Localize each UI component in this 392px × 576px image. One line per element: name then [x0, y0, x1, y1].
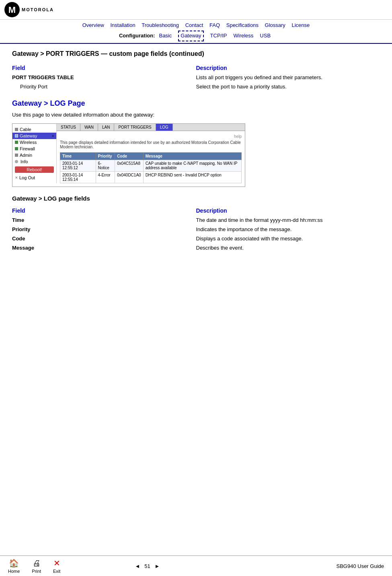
sidebar-label-admin: Admin — [20, 153, 32, 158]
config-usb[interactable]: USB — [260, 32, 271, 40]
top-nav: Overview Installation Troubleshooting Co… — [0, 20, 392, 44]
log-field-desc: The date and time in the format yyyy-mm-… — [196, 215, 380, 225]
log-table-row: 2003-01-14 12:55:144-Error0x040DC1A0DHCP… — [60, 171, 242, 183]
table-row: Priority Port Select the port to have a … — [12, 82, 380, 91]
nav-installation[interactable]: Installation — [111, 22, 135, 28]
sidebar-label-cable: Cable — [20, 127, 31, 132]
nav-specifications[interactable]: Specifications — [226, 22, 259, 28]
print-button[interactable]: 🖨 Print — [32, 559, 41, 574]
table-row: PriorityIndicates the importance of the … — [12, 225, 380, 234]
config-wireless[interactable]: Wireless — [233, 32, 253, 40]
sidebar-item-firewall[interactable]: Firewall — [12, 146, 56, 152]
log-field-name: Time — [12, 215, 196, 225]
admin-icon — [15, 154, 18, 157]
sidebar-label-firewall: Firewall — [20, 146, 35, 151]
home-button[interactable]: 🏠 Home — [8, 558, 20, 574]
x-icon: ✕ — [15, 176, 18, 180]
log-cell-message: DHCP REBIND sent - Invalid DHCP option — [143, 171, 241, 183]
gateway-icon — [15, 134, 18, 137]
log-cell-time: 2003-01-14 12:55:12 — [60, 160, 96, 171]
log-col-priority: Priority — [96, 152, 115, 160]
log-table-row: 2003-01-14 12:55:126-Notice0x04C515A8CAP… — [60, 160, 242, 171]
log-field-desc: Displays a code associated with the mess… — [196, 234, 380, 243]
nav-overview[interactable]: Overview — [82, 22, 104, 28]
sidebar-item-cable[interactable]: Cable — [12, 126, 56, 133]
table-row: CodeDisplays a code associated with the … — [12, 234, 380, 243]
log-col-code: Code — [115, 152, 143, 160]
log-section-heading: Gateway > LOG Page — [12, 99, 380, 108]
help-text[interactable]: help — [60, 134, 242, 139]
log-cell-time: 2003-01-14 12:55:14 — [60, 171, 96, 183]
bottom-nav: 🏠 Home 🖨 Print ✕ Exit ◄ 51 ► SBG940 User… — [0, 556, 392, 576]
motorola-logo-icon: M — [4, 2, 20, 18]
config-row: Configuration: Basic Gateway TCP/IP Wire… — [0, 31, 392, 41]
nav-license[interactable]: License — [292, 22, 310, 28]
exit-button[interactable]: ✕ Exit — [53, 558, 60, 574]
desc-col-header: Description — [196, 63, 380, 73]
header-bar: M MOTOROLA — [0, 0, 392, 20]
sidebar-arrows-icon: » — [52, 134, 54, 138]
log-col-time: Time — [60, 152, 96, 160]
tab-log[interactable]: LOG — [156, 124, 173, 131]
page-prev-arrow[interactable]: ◄ — [135, 563, 140, 569]
tab-content: help This page displays detailed informa… — [57, 131, 245, 187]
screenshot-box: Cable Gateway » Wireless Firewall Admin — [12, 123, 245, 187]
config-label: Configuration: — [119, 32, 155, 40]
logout-button[interactable]: ✕ Log Out — [12, 174, 56, 181]
log-field-name: Code — [12, 234, 196, 243]
log-cell-message: CAP unable to make C-NAPT mapping. No WA… — [143, 160, 241, 171]
tab-lan[interactable]: LAN — [98, 124, 114, 131]
sidebar-item-gateway[interactable]: Gateway » — [12, 133, 56, 139]
print-icon: 🖨 — [33, 559, 41, 568]
sidebar-label-info: Info — [21, 159, 28, 164]
page-number: ◄ 51 ► — [72, 563, 222, 569]
table-row: PORT TRIGGERS TABLE Lists all port trigg… — [12, 73, 380, 82]
reboot-button[interactable]: Reboot! — [15, 166, 54, 173]
tab-status[interactable]: STATUS — [57, 124, 80, 131]
sidebar-label-wireless: Wireless — [20, 140, 37, 145]
exit-icon: ✕ — [53, 558, 60, 568]
wireless-icon — [15, 141, 18, 144]
field-desc-priority-port: Select the port to have a priority statu… — [196, 82, 380, 91]
log-section-intro: Use this page to view detailed informati… — [12, 112, 380, 118]
field-name-priority-port: Priority Port — [12, 82, 196, 91]
config-basic[interactable]: Basic — [159, 32, 172, 40]
screenshot-main: STATUS WAN LAN PORT TRIGGERS LOG help Th… — [57, 124, 245, 187]
log-field-col: Field — [12, 206, 196, 215]
firewall-icon — [15, 147, 18, 150]
svg-text:M: M — [8, 5, 16, 15]
log-cell-code: 0x040DC1A0 — [115, 171, 143, 183]
log-fields-table: Field Description TimeThe date and time … — [12, 206, 380, 252]
tab-port-triggers[interactable]: PORT TRIGGERS — [114, 124, 156, 131]
table-row: MessageDescribes the event. — [12, 243, 380, 252]
sidebar-item-admin[interactable]: Admin — [12, 152, 56, 158]
field-desc-port-triggers-table: Lists all port triggers you defined and … — [196, 73, 380, 82]
log-table: Time Priority Code Message 2003-01-14 12… — [60, 152, 242, 183]
tab-bar: STATUS WAN LAN PORT TRIGGERS LOG — [57, 124, 245, 131]
sidebar-item-wireless[interactable]: Wireless — [12, 139, 56, 146]
tab-wan[interactable]: WAN — [80, 124, 98, 131]
company-name: MOTOROLA — [22, 7, 54, 12]
log-field-desc: Indicates the importance of the message. — [196, 225, 380, 234]
log-col-message: Message — [143, 152, 241, 160]
nav-contact[interactable]: Contact — [185, 22, 203, 28]
port-triggers-field-table: Field Description PORT TRIGGERS TABLE Li… — [12, 63, 380, 91]
config-tcpip[interactable]: TCP/IP — [210, 32, 227, 40]
home-label: Home — [8, 569, 20, 574]
page-num-value: 51 — [144, 563, 150, 569]
log-field-name: Priority — [12, 225, 196, 234]
config-gateway[interactable]: Gateway — [178, 31, 203, 41]
log-desc-col: Description — [196, 206, 380, 215]
nav-faq[interactable]: FAQ — [209, 22, 220, 28]
page-title: Gateway > PORT TRIGGERS — custom page fi… — [12, 50, 380, 57]
field-name-port-triggers-table: PORT TRIGGERS TABLE — [12, 73, 196, 82]
log-cell-priority: 6-Notice — [96, 160, 115, 171]
nav-glossary[interactable]: Glossary — [265, 22, 285, 28]
cable-icon — [15, 128, 18, 131]
home-icon: 🏠 — [9, 558, 19, 568]
sidebar-item-info[interactable]: Info — [12, 158, 56, 165]
nav-troubleshooting[interactable]: Troubleshooting — [142, 22, 179, 28]
log-field-name: Message — [12, 243, 196, 252]
sidebar-label-gateway: Gateway — [20, 133, 37, 138]
page-next-arrow[interactable]: ► — [155, 563, 160, 569]
